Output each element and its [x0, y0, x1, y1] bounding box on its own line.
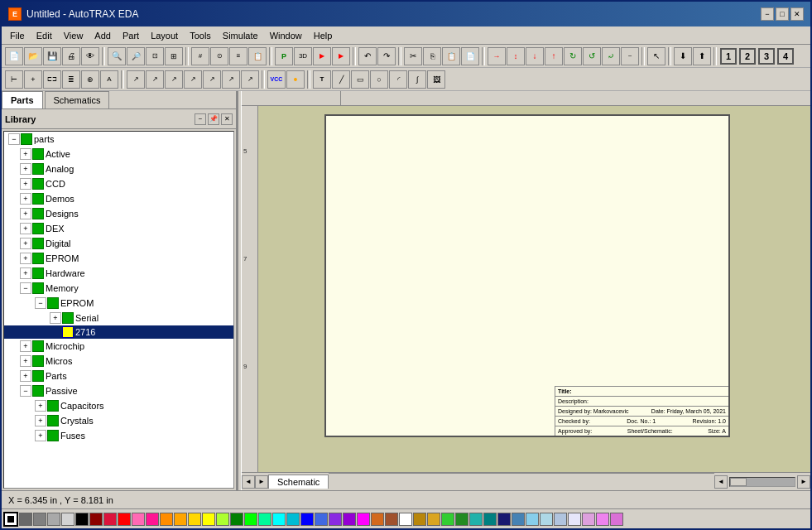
tree-toggle-serial[interactable]: + [50, 312, 61, 324]
part-button7[interactable]: ↗ [241, 70, 259, 89]
color-swatch-magenta[interactable] [357, 513, 370, 526]
save-button[interactable]: 💾 [43, 47, 61, 65]
color-swatch-lightblue[interactable] [540, 513, 553, 526]
color-swatch-orchid[interactable] [610, 513, 623, 526]
flip-button[interactable]: ↑ [545, 47, 563, 65]
image-button[interactable]: 🖼 [427, 70, 445, 89]
part-button6[interactable]: ↗ [222, 70, 240, 89]
color-swatch-crimson[interactable] [103, 513, 117, 526]
part-button3[interactable]: ↗ [165, 70, 183, 89]
arc-button[interactable]: ◜ [389, 70, 407, 89]
scroll-left-btn[interactable]: ◄ [242, 475, 255, 489]
tree-toggle-memory[interactable]: − [20, 282, 31, 294]
color-swatch-darkgray[interactable] [19, 513, 32, 526]
tree-toggle-capacitors[interactable]: + [35, 400, 46, 412]
tree-toggle-passive[interactable]: − [20, 385, 31, 397]
color-swatch-blueviolet[interactable] [329, 513, 342, 526]
tree-crystals[interactable]: + Crystals [4, 413, 233, 428]
color-swatch-darkgoldenrod[interactable] [413, 513, 426, 526]
tree-dex[interactable]: + DEX [4, 221, 233, 236]
flip2-button[interactable]: ↻ [564, 47, 582, 65]
color-swatch-goldenrod[interactable] [427, 513, 440, 526]
color-swatch-darkorange[interactable] [160, 513, 173, 526]
text-button[interactable]: T [313, 70, 331, 89]
bom-button[interactable]: 📋 [248, 47, 267, 65]
paste2-button[interactable]: 📄 [461, 47, 479, 65]
color-swatch-lime[interactable] [244, 513, 257, 526]
netlist-button[interactable]: ≡ [229, 47, 247, 65]
color-swatch-lightseagreen[interactable] [469, 513, 483, 526]
color-swatch-lavender[interactable] [568, 513, 581, 526]
mirror2-button[interactable]: ⤾ [602, 47, 620, 65]
print-preview-button[interactable]: 👁 [81, 47, 99, 65]
drc-button[interactable]: ▶ [313, 47, 331, 65]
tree-toggle-designs[interactable]: + [20, 208, 31, 219]
hscroll-left[interactable]: ◄ [714, 475, 728, 489]
tree-fuses[interactable]: + Fuses [4, 428, 233, 443]
part-button2[interactable]: ↗ [146, 70, 164, 89]
wire-button[interactable]: ⊢ [5, 70, 23, 89]
move-button[interactable]: → [488, 47, 506, 65]
cross-button[interactable]: + [24, 70, 42, 89]
color-swatch-black[interactable] [75, 513, 89, 526]
tree-toggle-dex[interactable]: + [20, 223, 31, 234]
3d-button[interactable]: 3D [294, 47, 312, 65]
menu-edit[interactable]: Edit [31, 29, 57, 42]
tree-toggle-parts-folder[interactable]: + [20, 370, 31, 382]
minimize-button[interactable]: − [761, 7, 774, 21]
menu-view[interactable]: View [59, 29, 89, 42]
panel-close-btn[interactable]: ✕ [221, 113, 233, 125]
color-swatch-violet[interactable] [596, 513, 609, 526]
open-button[interactable]: 📂 [24, 47, 42, 65]
menu-simulate[interactable]: Simulate [218, 29, 263, 42]
zoom-fit-button[interactable]: ⊡ [146, 47, 164, 65]
cut-button[interactable]: ✂ [404, 47, 422, 65]
tab-schematics[interactable]: Schematics [45, 91, 110, 108]
net-button[interactable]: VCC [267, 70, 286, 89]
junction-button[interactable]: ⊕ [81, 70, 99, 89]
color-swatch-springgreen[interactable] [258, 513, 271, 526]
tree-toggle-micros[interactable]: + [20, 355, 31, 367]
redo-button[interactable]: ↷ [377, 47, 396, 65]
tree-demos[interactable]: + Demos [4, 191, 233, 206]
color-swatch-darkcyan[interactable] [286, 513, 300, 526]
tree-root-parts[interactable]: − parts [4, 132, 233, 147]
tree-toggle-memory-eprom[interactable]: − [35, 297, 46, 309]
color-swatch-orange[interactable] [174, 513, 187, 526]
layer-3-button[interactable]: 3 [758, 48, 775, 65]
color-swatch-royalblue[interactable] [315, 513, 328, 526]
maximize-button[interactable]: □ [776, 7, 789, 21]
bezier-button[interactable]: ∫ [408, 70, 426, 89]
color-swatch-lightsteelblue[interactable] [554, 513, 567, 526]
color-swatch-green[interactable] [230, 513, 243, 526]
menu-file[interactable]: File [5, 29, 30, 42]
tree-ccd[interactable]: + CCD [4, 176, 233, 191]
hscroll-right[interactable]: ► [797, 475, 810, 489]
tree-toggle-analog[interactable]: + [20, 163, 31, 175]
tree-toggle-demos[interactable]: + [20, 193, 31, 205]
drawing-area[interactable]: Title: Description: Designed by: Markova… [258, 106, 810, 472]
menu-window[interactable]: Window [265, 29, 307, 42]
menu-layout[interactable]: Layout [146, 29, 183, 42]
rotate-button[interactable]: ↓ [526, 47, 544, 65]
undo-button[interactable]: ↶ [358, 47, 377, 65]
color-swatch-greenyellow[interactable] [216, 513, 229, 526]
select-button[interactable]: ↖ [647, 47, 665, 65]
color-swatch-sienna[interactable] [385, 513, 398, 526]
tree-passive[interactable]: − Passive [4, 383, 233, 398]
color-swatch-gray[interactable] [33, 513, 46, 526]
color-swatch-white[interactable] [399, 513, 412, 526]
color-swatch-darkviolet[interactable] [343, 513, 356, 526]
circle-button[interactable]: ○ [370, 70, 388, 89]
color-swatch-deeppink[interactable] [146, 513, 159, 526]
color-swatch-midnightblue[interactable] [497, 513, 511, 526]
tree-memory-eprom[interactable]: − EPROM [4, 296, 233, 311]
panel-minimize-button[interactable]: − [195, 113, 206, 125]
tree-parts[interactable]: + Parts [4, 369, 233, 383]
bus-button[interactable]: ≣ [62, 70, 80, 89]
tree-memory[interactable]: − Memory [4, 281, 233, 296]
tree-toggle-microchip[interactable]: + [20, 340, 31, 352]
tree-toggle-fuses[interactable]: + [35, 430, 46, 441]
tree-serial[interactable]: + Serial [4, 311, 233, 325]
tree-microchip[interactable]: + Microchip [4, 339, 233, 354]
